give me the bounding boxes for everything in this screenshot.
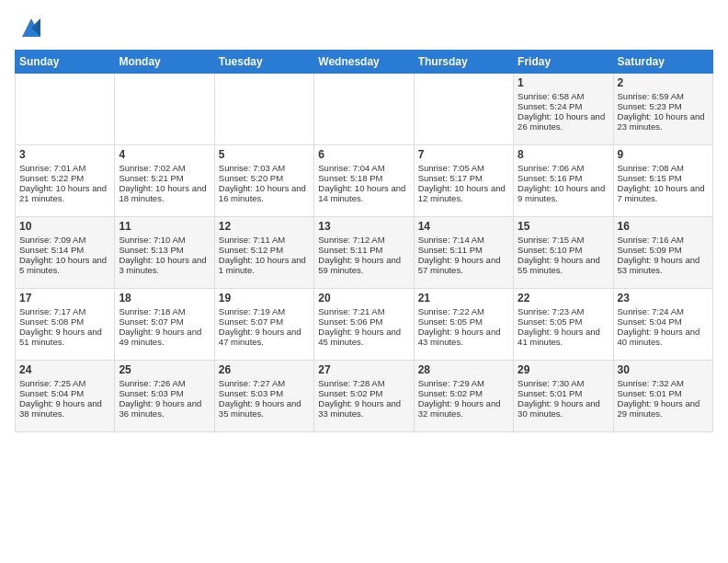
calendar-cell: 7Sunrise: 7:05 AMSunset: 5:17 PMDaylight… <box>414 145 513 217</box>
calendar-cell: 18Sunrise: 7:18 AMSunset: 5:07 PMDayligh… <box>115 289 214 361</box>
day-info: Sunset: 5:17 PM <box>418 173 509 183</box>
day-number: 7 <box>418 148 509 161</box>
day-number: 8 <box>518 148 609 161</box>
day-info: Sunrise: 6:58 AM <box>518 91 609 101</box>
day-info: Daylight: 10 hours and 18 minutes. <box>119 183 210 203</box>
day-info: Daylight: 10 hours and 7 minutes. <box>618 183 709 203</box>
calendar-cell: 1Sunrise: 6:58 AMSunset: 5:24 PMDaylight… <box>514 74 613 145</box>
day-header-monday: Monday <box>115 51 214 74</box>
calendar-cell: 3Sunrise: 7:01 AMSunset: 5:22 PMDaylight… <box>16 145 115 217</box>
day-info: Sunset: 5:20 PM <box>219 173 310 183</box>
day-info: Daylight: 9 hours and 59 minutes. <box>318 255 409 275</box>
day-info: Sunrise: 7:06 AM <box>518 163 609 173</box>
day-number: 14 <box>418 220 509 233</box>
day-info: Sunrise: 7:12 AM <box>318 235 409 245</box>
day-info: Daylight: 9 hours and 30 minutes. <box>518 398 609 419</box>
day-info: Sunrise: 7:16 AM <box>618 235 709 245</box>
calendar-cell: 13Sunrise: 7:12 AMSunset: 5:11 PMDayligh… <box>314 217 414 289</box>
day-info: Sunrise: 7:27 AM <box>219 378 310 388</box>
day-number: 9 <box>618 148 709 161</box>
header-row: SundayMondayTuesdayWednesdayThursdayFrid… <box>16 51 713 74</box>
calendar-cell <box>214 74 313 145</box>
calendar-cell: 2Sunrise: 6:59 AMSunset: 5:23 PMDaylight… <box>613 74 712 145</box>
day-number: 26 <box>219 363 310 376</box>
day-info: Daylight: 9 hours and 43 minutes. <box>418 327 509 347</box>
day-info: Sunset: 5:02 PM <box>418 388 509 398</box>
day-info: Sunset: 5:04 PM <box>19 388 110 398</box>
calendar-cell <box>414 74 513 145</box>
day-info: Daylight: 9 hours and 40 minutes. <box>618 327 709 347</box>
day-info: Sunrise: 7:28 AM <box>318 378 409 388</box>
calendar-cell: 28Sunrise: 7:29 AMSunset: 5:02 PMDayligh… <box>414 361 513 432</box>
day-info: Daylight: 9 hours and 45 minutes. <box>318 327 409 347</box>
day-info: Daylight: 9 hours and 36 minutes. <box>119 398 210 419</box>
day-header-friday: Friday <box>514 51 613 74</box>
day-info: Sunset: 5:16 PM <box>518 173 609 183</box>
day-info: Daylight: 9 hours and 29 minutes. <box>618 398 709 419</box>
logo-icon <box>18 15 44 40</box>
day-info: Sunset: 5:01 PM <box>518 388 609 398</box>
day-number: 16 <box>618 220 709 233</box>
day-info: Daylight: 10 hours and 9 minutes. <box>518 183 609 203</box>
header <box>15 15 713 40</box>
day-info: Sunset: 5:01 PM <box>618 388 709 398</box>
day-info: Daylight: 9 hours and 47 minutes. <box>219 327 310 347</box>
day-info: Sunset: 5:07 PM <box>219 316 310 327</box>
day-info: Sunset: 5:22 PM <box>19 173 110 183</box>
day-info: Daylight: 9 hours and 35 minutes. <box>219 398 310 419</box>
day-info: Daylight: 9 hours and 32 minutes. <box>418 398 509 419</box>
day-info: Sunset: 5:21 PM <box>119 173 210 183</box>
calendar-cell: 14Sunrise: 7:14 AMSunset: 5:11 PMDayligh… <box>414 217 513 289</box>
day-info: Sunrise: 7:26 AM <box>119 378 210 388</box>
calendar-cell: 9Sunrise: 7:08 AMSunset: 5:15 PMDaylight… <box>613 145 712 217</box>
calendar-cell: 24Sunrise: 7:25 AMSunset: 5:04 PMDayligh… <box>16 361 115 432</box>
day-info: Sunrise: 7:04 AM <box>318 163 409 173</box>
day-info: Sunrise: 7:32 AM <box>618 378 709 388</box>
calendar-cell: 19Sunrise: 7:19 AMSunset: 5:07 PMDayligh… <box>214 289 313 361</box>
day-number: 6 <box>318 148 409 161</box>
calendar-cell: 20Sunrise: 7:21 AMSunset: 5:06 PMDayligh… <box>314 289 414 361</box>
calendar-cell: 23Sunrise: 7:24 AMSunset: 5:04 PMDayligh… <box>613 289 712 361</box>
day-info: Daylight: 10 hours and 1 minute. <box>219 255 310 275</box>
week-row-1: 3Sunrise: 7:01 AMSunset: 5:22 PMDaylight… <box>16 145 713 217</box>
calendar-cell: 11Sunrise: 7:10 AMSunset: 5:13 PMDayligh… <box>115 217 214 289</box>
day-info: Daylight: 9 hours and 51 minutes. <box>19 327 110 347</box>
calendar-cell: 12Sunrise: 7:11 AMSunset: 5:12 PMDayligh… <box>214 217 313 289</box>
day-info: Sunset: 5:02 PM <box>318 388 409 398</box>
day-number: 20 <box>318 292 409 304</box>
calendar-cell: 15Sunrise: 7:15 AMSunset: 5:10 PMDayligh… <box>514 217 613 289</box>
day-info: Sunrise: 7:05 AM <box>418 163 509 173</box>
day-info: Daylight: 10 hours and 16 minutes. <box>219 183 310 203</box>
day-number: 11 <box>119 220 210 233</box>
calendar-cell <box>314 74 414 145</box>
day-info: Sunrise: 7:17 AM <box>19 306 110 316</box>
day-info: Sunrise: 7:14 AM <box>418 235 509 245</box>
day-info: Sunrise: 6:59 AM <box>618 91 709 101</box>
day-info: Daylight: 10 hours and 21 minutes. <box>19 183 110 203</box>
day-info: Sunrise: 7:03 AM <box>219 163 310 173</box>
day-info: Sunrise: 7:25 AM <box>19 378 110 388</box>
day-info: Sunrise: 7:30 AM <box>518 378 609 388</box>
day-info: Sunset: 5:05 PM <box>518 316 609 327</box>
day-info: Daylight: 9 hours and 55 minutes. <box>518 255 609 275</box>
day-info: Sunset: 5:09 PM <box>618 245 709 255</box>
day-info: Daylight: 9 hours and 57 minutes. <box>418 255 509 275</box>
day-header-sunday: Sunday <box>16 51 115 74</box>
day-info: Daylight: 9 hours and 53 minutes. <box>618 255 709 275</box>
day-info: Sunset: 5:10 PM <box>518 245 609 255</box>
day-info: Sunrise: 7:19 AM <box>219 306 310 316</box>
day-number: 13 <box>318 220 409 233</box>
day-info: Sunset: 5:14 PM <box>19 245 110 255</box>
calendar-cell: 27Sunrise: 7:28 AMSunset: 5:02 PMDayligh… <box>314 361 414 432</box>
calendar-cell: 17Sunrise: 7:17 AMSunset: 5:08 PMDayligh… <box>16 289 115 361</box>
day-info: Sunset: 5:15 PM <box>618 173 709 183</box>
calendar-cell: 10Sunrise: 7:09 AMSunset: 5:14 PMDayligh… <box>16 217 115 289</box>
day-number: 21 <box>418 292 509 304</box>
day-info: Daylight: 9 hours and 33 minutes. <box>318 398 409 419</box>
day-info: Daylight: 9 hours and 49 minutes. <box>119 327 210 347</box>
calendar-cell <box>115 74 214 145</box>
day-info: Sunset: 5:13 PM <box>119 245 210 255</box>
day-number: 25 <box>119 363 210 376</box>
day-info: Sunset: 5:11 PM <box>318 245 409 255</box>
day-info: Sunrise: 7:23 AM <box>518 306 609 316</box>
